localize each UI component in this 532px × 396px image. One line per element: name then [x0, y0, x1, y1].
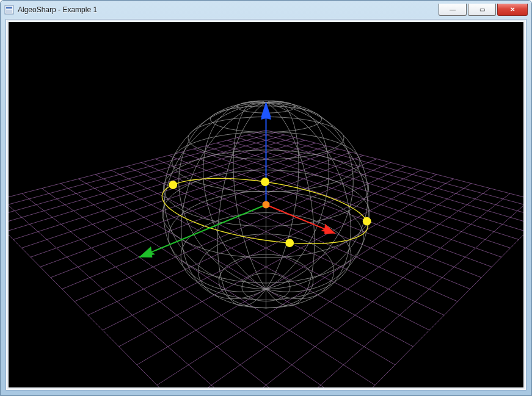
- window-controls: — ▭ ✕: [439, 4, 528, 16]
- svg-line-25: [75, 162, 391, 301]
- app-window: AlgeoSharp - Example 1 — ▭ ✕: [0, 0, 532, 396]
- svg-point-68: [169, 181, 177, 189]
- scene-svg: [9, 22, 523, 387]
- svg-line-31: [119, 175, 437, 347]
- svg-line-39: [205, 193, 510, 387]
- svg-marker-65: [139, 247, 152, 257]
- svg-rect-1: [6, 7, 12, 9]
- client-area: [5, 19, 527, 391]
- viewport-3d[interactable]: [9, 22, 523, 387]
- minimize-icon: —: [450, 7, 456, 13]
- svg-line-36: [60, 184, 375, 385]
- svg-line-16: [205, 146, 511, 248]
- svg-rect-2: [6, 10, 12, 13]
- svg-line-7: [9, 135, 285, 217]
- svg-line-5: [9, 132, 275, 211]
- svg-line-15: [21, 146, 327, 248]
- svg-line-26: [141, 162, 457, 301]
- svg-line-32: [95, 175, 413, 347]
- svg-point-67: [285, 239, 294, 247]
- svg-line-37: [180, 189, 490, 387]
- svg-point-66: [263, 201, 270, 209]
- svg-line-35: [157, 184, 472, 385]
- svg-point-69: [261, 178, 269, 186]
- maximize-icon: ▭: [479, 7, 485, 13]
- titlebar[interactable]: AlgeoSharp - Example 1 — ▭ ✕: [1, 1, 531, 19]
- svg-line-57: [266, 205, 335, 234]
- svg-marker-62: [261, 103, 271, 119]
- app-icon: [4, 5, 14, 15]
- maximize-button[interactable]: ▭: [468, 4, 496, 16]
- svg-point-70: [363, 217, 371, 226]
- svg-line-4: [266, 130, 524, 204]
- minimize-button[interactable]: —: [439, 4, 467, 16]
- close-icon: ✕: [510, 7, 515, 13]
- svg-line-30: [111, 170, 429, 330]
- svg-line-6: [257, 132, 523, 211]
- window-title: AlgeoSharp - Example 1: [18, 5, 97, 14]
- svg-line-27: [88, 167, 406, 315]
- close-button[interactable]: ✕: [497, 4, 528, 16]
- svg-line-3: [9, 130, 266, 204]
- svg-marker-59: [324, 224, 335, 234]
- svg-line-38: [42, 189, 352, 387]
- svg-line-40: [22, 193, 327, 387]
- svg-line-8: [247, 135, 523, 217]
